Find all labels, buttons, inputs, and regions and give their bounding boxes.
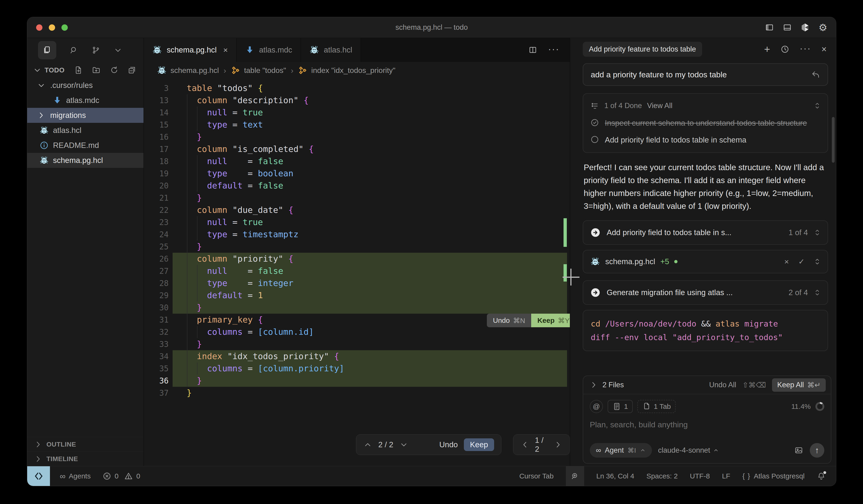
close-panel-button[interactable]: × [822,44,827,54]
expand-collapse-icon[interactable] [814,101,821,110]
explorer-view-button[interactable] [38,41,56,59]
code-line-37[interactable]: 37} [144,387,570,399]
next-file-button[interactable] [554,440,563,449]
code-line-15[interactable]: 15 type = text [144,118,570,131]
task-card-1[interactable]: Add priority field to todos table in s..… [583,220,828,245]
tab-context-chip[interactable]: 1 Tab [637,400,676,413]
reject-file-icon[interactable]: × [784,257,789,266]
cursor-tab-status[interactable]: Cursor Tab [519,472,553,480]
new-chat-button[interactable]: + [764,43,770,55]
new-folder-icon[interactable] [92,66,101,75]
zoom-window-button[interactable] [61,24,68,31]
mode-selector[interactable]: ∞ Agent ⌘I [590,443,652,457]
code-line-32[interactable]: 32 columns = [column.id] [144,326,570,338]
breadcrumb-item[interactable]: index "idx_todos_priority" [311,66,396,75]
indentation-status[interactable]: Spaces: 2 [646,472,677,480]
files-count[interactable]: 2 Files [602,381,624,389]
code-line-18[interactable]: 18 null = false [144,155,570,167]
code-line-23[interactable]: 23 null = true [144,216,570,228]
add-context-button[interactable]: @ [590,400,603,413]
cursor-logo-icon[interactable] [800,22,810,33]
view-all-link[interactable]: View All [647,101,672,110]
model-selector[interactable]: claude-4-sonnet [658,446,719,455]
code-line-27[interactable]: 27 null = false [144,265,570,277]
tree-item-atlas-hcl[interactable]: atlas.hcl [27,123,143,138]
editor-tab-atlas-mdc[interactable]: atlas.mdc [237,38,301,62]
chevron-down-icon[interactable] [113,46,122,55]
encoding-status[interactable]: UTF-8 [690,472,710,480]
code-line-25[interactable]: 25 } [144,240,570,253]
chat-messages[interactable]: add a priority feature to my todos table… [570,61,836,369]
changed-file-card[interactable]: schema.pg.hcl +5 × ✓ [583,250,828,273]
code-line-33[interactable]: 33 } [144,338,570,350]
next-diff-button[interactable] [399,440,408,449]
undo-all-files-button[interactable]: Undo All [709,381,736,389]
task-card-2[interactable]: Generate migration file using atlas ... … [583,280,828,305]
composer[interactable]: @ 1 1 Tab 11.4% Plan, search, build anyt… [583,394,831,463]
chat-history-button[interactable] [780,45,789,54]
sidebar-section-timeline[interactable]: TIMELINE [27,452,143,466]
undo-all-button[interactable]: Undo [439,440,458,449]
keep-all-files-button[interactable]: Keep All⌘↵ [772,378,826,392]
accept-file-icon[interactable]: ✓ [798,257,804,266]
code-line-20[interactable]: 20 default = false [144,179,570,192]
code-line-22[interactable]: 22 column "due_date" { [144,204,570,216]
tree-item-migrations[interactable]: migrations [27,108,143,123]
code-line-24[interactable]: 24 type = timestamptz [144,228,570,240]
editor-tab-atlas-hcl[interactable]: atlas.hcl [301,38,361,62]
tree-item-atlas-mdc[interactable]: atlas.mdc [27,93,143,108]
notifications-bell-button[interactable] [817,472,826,481]
todo-item[interactable]: Inspect current schema to understand tod… [590,117,821,129]
code-line-13[interactable]: 13 column "description" { [144,94,570,106]
code-line-19[interactable]: 19 type = boolean [144,167,570,179]
code-line-34[interactable]: 34 index "idx_todos_priority" { [144,350,570,362]
agents-status-button[interactable]: ∞ Agents [60,472,91,481]
expand-collapse-icon[interactable] [814,288,821,297]
refresh-icon[interactable] [110,66,118,75]
split-editor-button[interactable] [528,46,537,54]
code-line-29[interactable]: 29 default = 1 [144,289,570,301]
code-line-28[interactable]: 28 type = integer [144,277,570,289]
attach-image-icon[interactable] [794,446,803,455]
close-tab-icon[interactable]: × [223,46,228,55]
code-line-36[interactable]: 36 } [144,375,570,387]
git-branch-icon[interactable] [91,46,100,55]
code-line-26[interactable]: 26 column "priority" { [144,253,570,265]
keep-all-button[interactable]: Keep [464,438,494,451]
tree-item-readme-md[interactable]: README.md [27,138,143,153]
remote-indicator-button[interactable] [27,466,50,486]
layout-sidebar-left-icon[interactable] [764,22,775,33]
language-mode-status[interactable]: { } Atlas Postgresql [742,472,804,480]
layout-panel-bottom-icon[interactable] [782,22,792,33]
breadcrumb-item[interactable]: schema.pg.hcl [171,66,219,75]
code-line-3[interactable]: 3table "todos" { [144,82,570,94]
search-icon[interactable] [70,46,78,55]
chevron-right-icon[interactable] [589,380,598,389]
restore-checkpoint-icon[interactable] [811,70,820,79]
code-line-16[interactable]: 16 } [144,131,570,143]
new-file-icon[interactable] [74,66,83,75]
code-line-21[interactable]: 21 } [144,192,570,204]
prev-file-button[interactable] [521,440,529,449]
code-editor[interactable]: 3table "todos" {13 column "description" … [144,79,570,466]
todo-item[interactable]: Add priority field to todos table in sch… [590,134,821,146]
close-window-button[interactable] [36,24,42,31]
tree-item--cursor-rules[interactable]: .cursor/rules [27,78,143,93]
settings-gear-icon[interactable]: ⚙ [818,22,828,33]
chat-more-button[interactable]: ··· [800,46,811,52]
problems-button[interactable]: 0 0 [102,472,140,481]
files-icon[interactable] [43,46,52,55]
prev-diff-button[interactable] [363,440,372,449]
send-button[interactable]: ↑ [810,443,824,457]
expand-collapse-icon[interactable] [814,257,821,266]
tree-item-schema-pg-hcl[interactable]: schema.pg.hcl [27,153,143,168]
code-line-35[interactable]: 35 columns = [column.priority] [144,362,570,375]
breadcrumb-item[interactable]: table "todos" [244,66,286,75]
composer-placeholder[interactable]: Plan, search, build anything [590,420,824,429]
zoom-in-button[interactable] [566,466,584,486]
code-line-30[interactable]: 30 } [144,301,570,314]
chevron-down-icon[interactable] [33,66,42,75]
code-line-14[interactable]: 14 null = true [144,106,570,118]
chat-tab[interactable]: Add priority feature to todos table [583,42,702,57]
eol-status[interactable]: LF [722,472,730,480]
